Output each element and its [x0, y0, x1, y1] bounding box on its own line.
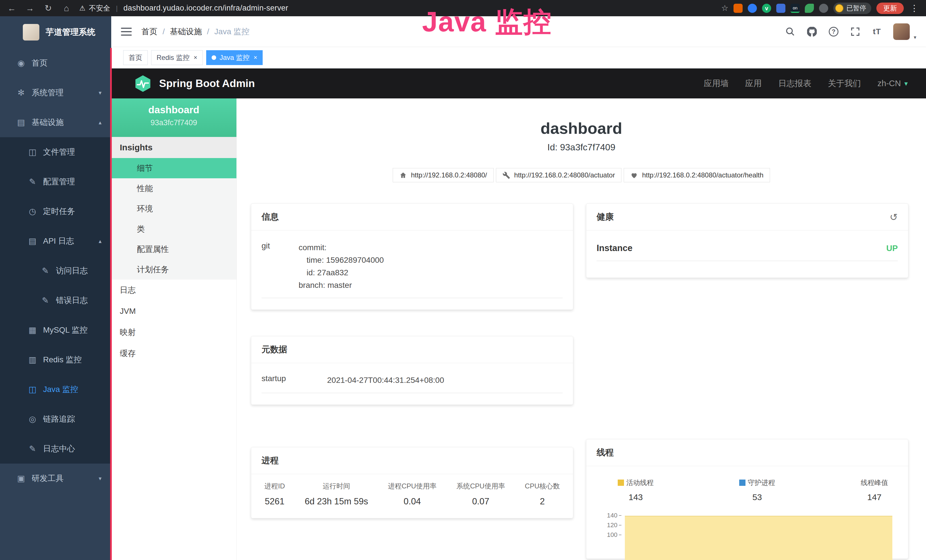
sba-nav-journal[interactable]: 日志报表: [778, 78, 811, 89]
sba-nav-about[interactable]: 关于我们: [828, 78, 861, 89]
git-time-line: time: 1596289704000: [299, 254, 384, 266]
update-button[interactable]: 更新: [876, 3, 904, 14]
security-label: 不安全: [89, 3, 110, 13]
extension-puzzle-icon[interactable]: [819, 4, 828, 13]
warning-icon: ⚠: [79, 4, 86, 12]
locale-selector[interactable]: zh-CN ▾: [878, 79, 908, 88]
extension-fox-icon[interactable]: [734, 4, 743, 13]
user-avatar[interactable]: [893, 23, 910, 40]
metadata-row-label: startup: [262, 374, 327, 387]
sidebar-item-jvm[interactable]: JVM: [111, 301, 236, 322]
config-icon: ✎: [27, 177, 38, 186]
sidebar-item-redis[interactable]: ▥ Redis 监控: [0, 345, 111, 375]
legend-swatch-blue: [739, 480, 746, 486]
sidebar-item-mysql[interactable]: ▦ MySQL 监控: [0, 315, 111, 345]
insight-item-details[interactable]: 细节: [111, 158, 236, 178]
reload-icon[interactable]: ↻: [43, 3, 54, 13]
history-icon[interactable]: ↺: [890, 211, 898, 223]
sidebar-item-trace[interactable]: ◎ 链路追踪: [0, 404, 111, 434]
close-icon[interactable]: ×: [254, 54, 257, 61]
font-size-icon[interactable]: tT: [872, 26, 882, 37]
address-bar[interactable]: ⚠ 不安全 | dashboard.yudao.iocoder.cn/infra…: [79, 3, 288, 13]
sidebar-item-mappings[interactable]: 映射: [111, 322, 236, 343]
paused-label: 已暂停: [846, 4, 866, 12]
tab-home[interactable]: 首页: [123, 50, 148, 65]
extension-grid-icon[interactable]: [776, 4, 785, 13]
breadcrumb-home[interactable]: 首页: [141, 26, 157, 37]
page-url[interactable]: dashboard.yudao.iocoder.cn/infra/admin-s…: [124, 4, 288, 12]
link-label: http://192.168.0.2:48080/actuator/health: [642, 171, 763, 179]
sba-nav-applications[interactable]: 应用: [745, 78, 762, 89]
insight-item-environment[interactable]: 环境: [111, 198, 236, 219]
menu-label: API 日志: [43, 236, 74, 247]
bookmark-icon[interactable]: ☆: [721, 3, 728, 13]
sidebar-item-infra[interactable]: ▤ 基础设施 ▴: [0, 107, 111, 137]
sidebar-item-api-log[interactable]: ▤ API 日志 ▴: [0, 226, 111, 256]
sidebar-item-access-log[interactable]: ✎ 访问日志: [0, 256, 111, 286]
instance-id-line: Id: 93a3fc7f7409: [237, 142, 926, 153]
sidebar-item-files[interactable]: ◫ 文件管理: [0, 137, 111, 167]
tab-redis[interactable]: Redis 监控 ×: [151, 50, 203, 65]
tab-label: Java 监控: [219, 53, 250, 62]
sidebar-item-home[interactable]: ◉ 首页: [0, 48, 111, 78]
threads-chart: 140 120 100: [586, 512, 908, 557]
tab-java[interactable]: Java 监控 ×: [206, 50, 263, 65]
extension-check-icon[interactable]: v: [762, 4, 771, 13]
extension-leaf-icon[interactable]: [805, 4, 814, 13]
health-url-link[interactable]: http://192.168.0.2:48080/actuator/health: [624, 168, 770, 182]
redis-icon: ▥: [27, 355, 38, 365]
actuator-url-link[interactable]: http://192.168.0.2:48080/actuator: [496, 168, 622, 182]
page-title: dashboard: [237, 119, 926, 138]
home-icon[interactable]: ⌂: [61, 3, 72, 13]
insight-item-configprops[interactable]: 配置属性: [111, 239, 236, 259]
tools-icon: ▣: [16, 474, 27, 483]
breadcrumb-infra[interactable]: 基础设施: [170, 26, 202, 37]
menu-label: 文件管理: [43, 147, 75, 157]
close-icon[interactable]: ×: [194, 54, 197, 61]
back-icon[interactable]: ←: [6, 3, 17, 13]
annotation-title: Java 监控: [422, 3, 552, 41]
fullscreen-icon[interactable]: [850, 26, 861, 37]
health-heart-icon: [630, 171, 638, 179]
sidebar-item-config[interactable]: ✎ 配置管理: [0, 167, 111, 197]
legend-value: 143: [618, 492, 654, 502]
instance-header[interactable]: dashboard 93a3fc7f7409: [111, 98, 236, 137]
menu-label: MySQL 监控: [43, 325, 88, 336]
chevron-down-icon: ▾: [904, 80, 908, 88]
forward-icon[interactable]: →: [24, 3, 35, 13]
y-tick: 100: [586, 531, 622, 541]
sidebar-item-logs[interactable]: 日志: [111, 280, 236, 301]
sidebar-item-system[interactable]: ✻ 系统管理 ▾: [0, 78, 111, 107]
sidebar-item-devtools[interactable]: ▣ 研发工具 ▾: [0, 463, 111, 493]
extension-on-badge[interactable]: on: [791, 4, 800, 13]
process-col-header: 进程ID: [264, 481, 285, 491]
browser-actions: ☆ v on 已暂停 更新 ⋮: [721, 3, 920, 14]
logo-image: [23, 24, 39, 41]
search-icon[interactable]: [785, 26, 796, 37]
chevron-up-icon: ▴: [99, 119, 101, 126]
insight-item-metrics[interactable]: 性能: [111, 178, 236, 198]
insight-item-classes[interactable]: 类: [111, 219, 236, 239]
sidebar-item-java[interactable]: ◫ Java 监控: [0, 375, 111, 404]
hamburger-icon[interactable]: [121, 28, 132, 36]
sba-nav-wallboard[interactable]: 应用墙: [704, 78, 729, 89]
browser-menu-icon[interactable]: ⋮: [909, 3, 920, 13]
profile-avatar-icon: [835, 4, 844, 12]
sba-brand[interactable]: Spring Boot Admin: [134, 75, 255, 92]
help-icon[interactable]: ?: [828, 26, 839, 37]
service-url-link[interactable]: http://192.168.0.2:48080/: [393, 168, 494, 182]
insight-item-scheduled[interactable]: 计划任务: [111, 259, 236, 280]
link-label: http://192.168.0.2:48080/: [411, 171, 487, 179]
sidebar-item-error-log[interactable]: ✎ 错误日志: [0, 286, 111, 315]
breadcrumb-current: Java 监控: [215, 26, 250, 37]
github-icon[interactable]: [806, 26, 817, 37]
app-logo[interactable]: 芋道管理系统: [0, 16, 111, 48]
extension-drop-icon[interactable]: [748, 4, 757, 13]
breadcrumb-separator: /: [163, 27, 165, 36]
profile-paused-chip[interactable]: 已暂停: [833, 3, 871, 14]
annotation-vertical-line: [110, 48, 112, 560]
sidebar-item-log-center[interactable]: ✎ 日志中心: [0, 434, 111, 463]
info-row-git: git commit: time: 1596289704000 id: 27aa…: [262, 233, 563, 298]
sidebar-item-jobs[interactable]: ◷ 定时任务: [0, 197, 111, 226]
sidebar-item-caches[interactable]: 缓存: [111, 343, 236, 364]
